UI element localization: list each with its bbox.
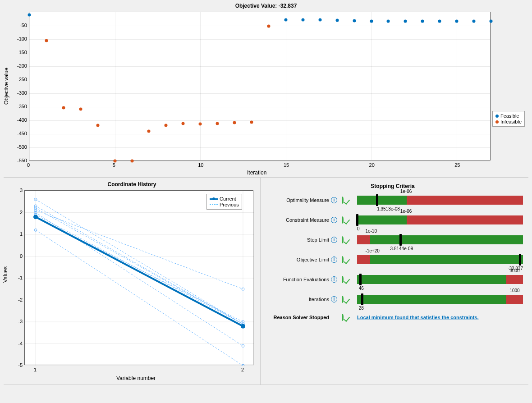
- criteria-row: Optimality Measurei1e-061.3513e-08: [262, 196, 523, 205]
- y-axis-label: Objective value: [3, 68, 9, 105]
- check-icon: [342, 276, 344, 283]
- criteria-label: Iterations: [262, 297, 330, 302]
- info-icon[interactable]: i: [331, 217, 337, 223]
- panel-title: Stopping Criteria: [262, 183, 523, 189]
- info-icon[interactable]: i: [331, 296, 337, 302]
- criteria-bar: -1e+20-32.837: [357, 255, 523, 264]
- data-point: [284, 18, 287, 22]
- y-axis-label: Values: [2, 266, 9, 283]
- reason-label: Reason Solver Stopped: [262, 315, 330, 320]
- criteria-label: Step Limit: [262, 237, 330, 243]
- data-point: [438, 19, 441, 23]
- info-icon[interactable]: i: [331, 197, 337, 203]
- data-point: [472, 19, 476, 23]
- legend: Feasible Infeasible: [492, 111, 525, 127]
- check-icon: [342, 236, 344, 243]
- threshold-label: 1e-06: [400, 189, 412, 194]
- data-point: [28, 14, 31, 17]
- threshold-label: 1000: [509, 288, 519, 293]
- value-label: 3.8144e-09: [390, 246, 413, 251]
- value-label: 46: [359, 286, 364, 291]
- data-point: [165, 124, 168, 127]
- data-point: [79, 107, 82, 110]
- svg-line-29: [36, 230, 243, 366]
- chart-title: Objective Value: -32.837: [4, 3, 528, 9]
- criteria-row: Objective Limiti-1e+20-32.837: [262, 255, 523, 264]
- data-point: [45, 39, 48, 42]
- data-point: [455, 19, 459, 23]
- data-point: [62, 106, 65, 109]
- threshold-label: 1e-06: [400, 209, 412, 214]
- reason-solver-stopped: Reason Solver Stopped Local minimum foun…: [262, 315, 523, 320]
- data-point: [318, 18, 321, 21]
- plot-area[interactable]: [29, 12, 491, 160]
- data-point: [404, 20, 407, 23]
- criteria-bar: 1e-060: [357, 215, 523, 224]
- data-point: [130, 160, 133, 163]
- data-point: [96, 124, 99, 127]
- legend: Current Previous: [206, 194, 242, 210]
- info-icon[interactable]: i: [331, 237, 337, 243]
- check-icon: [342, 296, 344, 303]
- stopping-criteria-panel: Stopping Criteria Optimality Measurei1e-…: [261, 178, 528, 385]
- reason-link[interactable]: Local minimum found that satisfies the c…: [357, 315, 479, 320]
- data-point: [490, 19, 493, 23]
- data-point: [387, 19, 390, 23]
- criteria-bar: 1e-103.8144e-09: [357, 235, 523, 244]
- svg-line-14: [36, 206, 243, 324]
- svg-line-35: [36, 217, 243, 326]
- x-axis-label: Iteration: [247, 169, 266, 176]
- coordinate-history-chart: Coordinate History 3210-1-2-3-4-5 12 Val…: [4, 178, 261, 385]
- criteria-bar: 1e-061.3513e-08: [357, 196, 523, 205]
- data-point: [267, 25, 270, 28]
- criteria-label: Function Evaluations: [262, 277, 330, 282]
- check-icon: [342, 216, 344, 224]
- data-point: [353, 19, 356, 23]
- info-icon[interactable]: i: [331, 276, 337, 283]
- svg-line-26: [36, 215, 243, 324]
- check-icon: [342, 314, 344, 321]
- data-point: [233, 121, 236, 124]
- plot-area[interactable]: [24, 190, 253, 365]
- data-point: [421, 19, 424, 23]
- legend-previous: Previous: [220, 202, 239, 207]
- chart-title: Coordinate History: [4, 181, 260, 188]
- criteria-bar: 100028: [357, 295, 523, 304]
- svg-line-17: [36, 208, 243, 324]
- svg-point-37: [241, 324, 245, 329]
- data-point: [182, 122, 185, 125]
- svg-line-11: [36, 199, 243, 324]
- svg-point-36: [33, 215, 38, 219]
- x-axis-label: Variable number: [116, 375, 156, 381]
- legend-current: Current: [220, 196, 236, 202]
- data-point: [370, 19, 373, 23]
- data-point: [199, 122, 202, 125]
- criteria-row: Constraint Measurei1e-060: [262, 215, 523, 224]
- data-point: [335, 19, 339, 22]
- criteria-label: Constraint Measure: [262, 217, 330, 223]
- svg-line-20: [36, 211, 243, 289]
- data-point: [147, 130, 151, 133]
- criteria-row: Step Limiti1e-103.8144e-09: [262, 235, 523, 244]
- criteria-bar: 300046: [357, 275, 523, 284]
- data-point: [216, 122, 219, 125]
- value-label: 1.3513e-08: [377, 206, 400, 211]
- data-point: [301, 18, 304, 21]
- criteria-label: Optimality Measure: [262, 197, 330, 203]
- info-icon[interactable]: i: [331, 256, 337, 263]
- value-label: 0: [357, 226, 360, 231]
- legend-infeasible: Infeasible: [500, 119, 522, 124]
- check-icon: [342, 256, 344, 263]
- criteria-row: Iterationsi100028: [262, 295, 523, 304]
- data-point: [250, 121, 253, 124]
- check-icon: [342, 197, 344, 204]
- objective-value-chart: Objective Value: -32.837 -50-100-150-200…: [4, 3, 528, 178]
- criteria-row: Function Evaluationsi300046: [262, 275, 523, 284]
- criteria-label: Objective Limit: [262, 257, 330, 262]
- threshold-label: -1e+20: [365, 248, 379, 253]
- legend-feasible: Feasible: [500, 113, 519, 119]
- threshold-label: 1e-10: [365, 229, 377, 234]
- value-label: 28: [359, 306, 364, 311]
- threshold-label: 3000: [509, 268, 519, 273]
